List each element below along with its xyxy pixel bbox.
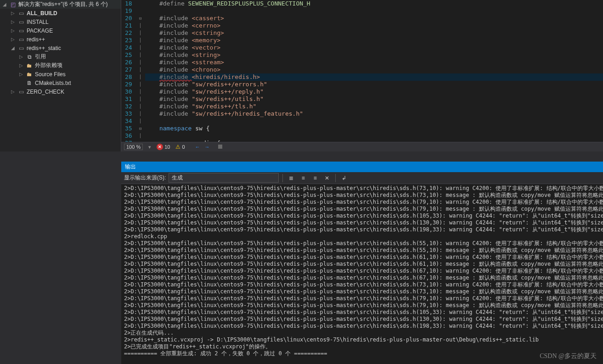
solution-title: 解决方案"redis++"(6 个项目, 共 6 个) — [18, 0, 108, 8]
prev-message-icon[interactable]: ≡ — [299, 174, 308, 183]
tree-item-label: redis++ — [27, 36, 45, 43]
tree-item-install[interactable]: ▷▭INSTALL — [0, 17, 121, 26]
code-content[interactable]: #define SEWENEW_REDISPLUSPLUS_CONNECTION… — [143, 0, 603, 142]
proj-icon: ▭ — [17, 10, 25, 17]
expand-icon[interactable]: ▷ — [18, 63, 24, 68]
goto-message-icon[interactable]: ≣ — [287, 174, 296, 183]
tree-item-cmakelists-txt[interactable]: 🗎CMakeLists.txt — [0, 78, 121, 87]
tree-item-label: ZERO_CHECK — [27, 89, 64, 95]
editor-status-bar: 100 % ▾ ✕10 ⚠0 ← → — [121, 142, 603, 151]
error-count[interactable]: ✕10 — [157, 144, 170, 150]
warning-count[interactable]: ⚠0 — [175, 144, 185, 150]
fold-gutter[interactable]: ⊟││││││││││││││⊟│⊟│ — [138, 0, 143, 142]
code-editor[interactable]: 1819202122232425262728293031323334353637… — [121, 0, 603, 151]
proj-icon: ▭ — [17, 45, 25, 52]
tree-item-label: Source Files — [35, 71, 66, 78]
horizontal-scrollbar[interactable] — [218, 145, 600, 149]
nav-forward-icon[interactable]: → — [205, 144, 210, 150]
next-message-icon[interactable]: ≡ — [310, 174, 320, 183]
output-panel-title[interactable]: 输出 — [121, 162, 603, 172]
zoom-combo[interactable]: 100 % — [124, 144, 143, 150]
tree-item-redis-static[interactable]: ◢▭redis++_static — [0, 44, 121, 52]
proj-icon: ▭ — [17, 27, 25, 34]
expand-icon[interactable]: ◢ — [2, 2, 7, 7]
proj-icon: ▭ — [17, 88, 25, 95]
word-wrap-icon[interactable]: ↲ — [339, 174, 349, 183]
expand-icon[interactable]: ▷ — [18, 54, 24, 59]
expand-icon[interactable]: ▷ — [10, 89, 16, 94]
file-icon: 🗎 — [26, 79, 33, 87]
expand-icon[interactable]: ▷ — [10, 11, 16, 16]
clear-all-icon[interactable]: ✕ — [322, 174, 332, 183]
output-source-combo[interactable]: 生成 — [169, 173, 279, 183]
output-panel: 输出 显示输出来源(S): 生成 ≣ ≡ ≡ ✕ ↲ 2>D:\IPS3000\… — [121, 162, 603, 364]
output-content[interactable]: 2>D:\IPS3000\tangfiles\linux\centos9-75\… — [121, 184, 603, 364]
expand-icon[interactable]: ▷ — [10, 28, 16, 33]
folder-icon: 🖿 — [26, 71, 33, 78]
folder-icon: 🖿 — [26, 62, 33, 69]
solution-root[interactable]: ◢ ◰ 解决方案"redis++"(6 个项目, 共 6 个) — [0, 0, 121, 9]
tree-item-label: redis++_static — [27, 45, 61, 51]
tree-item-all-build[interactable]: ▷▭ALL_BUILD — [0, 9, 121, 17]
expand-icon[interactable]: ▷ — [10, 37, 16, 42]
expand-icon[interactable]: ▷ — [18, 72, 24, 77]
solution-explorer[interactable]: ◢ ◰ 解决方案"redis++"(6 个项目, 共 6 个) ▷▭ALL_BU… — [0, 0, 121, 151]
tree-item-label: CMakeLists.txt — [35, 80, 71, 86]
tree-item-zero-check[interactable]: ▷▭ZERO_CHECK — [0, 87, 121, 96]
tree-item-source-files[interactable]: ▷🖿Source Files — [0, 70, 121, 78]
tree-item-label: 外部依赖项 — [35, 62, 62, 69]
expand-icon[interactable]: ▷ — [10, 19, 16, 24]
output-source-label: 显示输出来源(S): — [124, 174, 166, 182]
line-number-gutter: 1819202122232425262728293031323334353637… — [121, 0, 138, 142]
tree-item-label: 引用 — [35, 53, 46, 61]
tree-item-label: INSTALL — [27, 19, 49, 25]
tree-item-redis-[interactable]: ▷▭redis++ — [0, 35, 121, 44]
proj-icon: ▭ — [17, 36, 25, 43]
solution-icon: ◰ — [9, 1, 17, 8]
tree-item--[interactable]: ▷🖿外部依赖项 — [0, 61, 121, 70]
expand-icon[interactable]: ◢ — [10, 45, 16, 50]
tree-item-label: ALL_BUILD — [27, 10, 57, 17]
tree-item--[interactable]: ▷⧉引用 — [0, 52, 121, 61]
nav-back-icon[interactable]: ← — [195, 144, 200, 150]
tree-item-package[interactable]: ▷▭PACKAGE — [0, 26, 121, 35]
proj-icon: ▭ — [17, 18, 25, 26]
warning-icon: ⚠ — [175, 144, 180, 150]
output-toolbar: 显示输出来源(S): 生成 ≣ ≡ ≡ ✕ ↲ — [121, 172, 603, 184]
ref-icon: ⧉ — [26, 53, 33, 61]
error-icon: ✕ — [157, 144, 163, 150]
tree-item-label: PACKAGE — [27, 28, 53, 34]
